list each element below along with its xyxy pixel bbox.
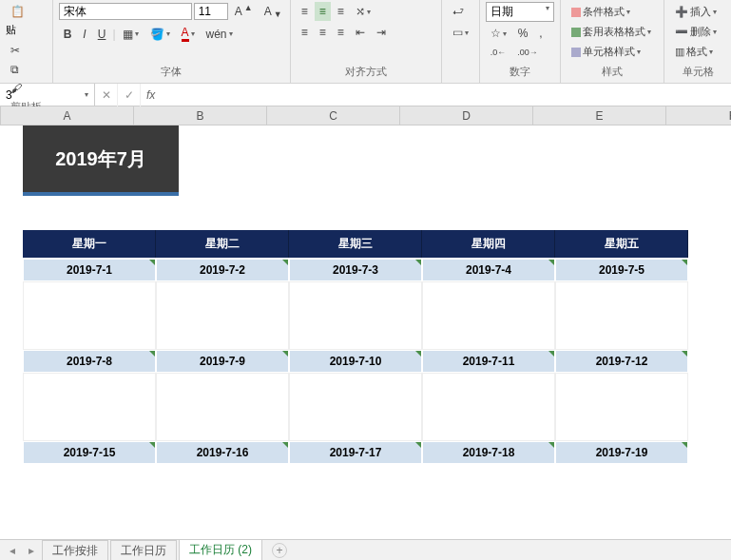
increase-font-button[interactable]: A▲ [230, 2, 258, 21]
calendar-date-cell[interactable]: 2019-7-8 [23, 350, 156, 373]
col-header-e[interactable]: E [533, 106, 666, 125]
sheet-area[interactable]: 2019年7月 星期一 星期二 星期三 星期四 星期五 2019-7-1 201… [0, 126, 731, 544]
font-color-button[interactable]: A▾ [177, 23, 200, 45]
border-icon: ▦ [123, 28, 133, 41]
weekday-header: 星期三 [289, 230, 422, 258]
calendar-date-cell[interactable]: 2019-7-4 [422, 259, 555, 281]
align-bottom-button[interactable]: ≡ [333, 2, 349, 21]
wrap-text-button[interactable]: ⮐ [448, 2, 469, 21]
col-header-f[interactable]: F [666, 106, 731, 125]
calendar-date-cell[interactable]: 2019-7-5 [555, 259, 688, 281]
cell-styles-label: 单元格样式 [583, 45, 635, 59]
group-wrap: ⮐ ▭▾ [442, 0, 480, 83]
decrease-decimal-button[interactable]: .0← [486, 45, 511, 60]
calendar-body-cell[interactable] [289, 281, 422, 350]
clipboard-icon: 📋 [10, 5, 24, 18]
calendar-date-cell[interactable]: 2019-7-12 [555, 350, 688, 373]
align-center-button[interactable]: ≡ [315, 23, 331, 42]
underline-button[interactable]: U [93, 25, 111, 44]
delete-button[interactable]: ➖删除▾ [670, 22, 721, 42]
currency-button[interactable]: ☆▾ [486, 24, 511, 43]
sheet-tab[interactable]: 工作日历 [110, 540, 177, 561]
pinyin-button[interactable]: wén▾ [202, 25, 238, 44]
merge-cells-button[interactable]: ▭▾ [448, 23, 473, 42]
formula-cancel-button[interactable]: ✕ [95, 84, 118, 106]
indent-decrease-button[interactable]: ⇤ [351, 23, 370, 42]
fill-color-button[interactable]: 🪣▾ [145, 25, 175, 44]
format-button[interactable]: ▥格式▾ [670, 42, 718, 62]
calendar-date-cell[interactable]: 2019-7-17 [289, 441, 422, 464]
group-styles: 条件格式▾ 套用表格格式▾ 单元格样式▾ 样式 [561, 0, 664, 83]
calendar-date-cell[interactable]: 2019-7-11 [422, 350, 555, 373]
format-icon: ▥ [675, 46, 684, 58]
calendar-date-cell[interactable]: 2019-7-3 [289, 259, 422, 281]
percent-button[interactable]: % [513, 24, 533, 43]
formula-enter-button[interactable]: ✓ [118, 84, 141, 106]
font-name-input[interactable] [59, 3, 192, 20]
align-middle-button[interactable]: ≡ [315, 2, 331, 21]
sheet-tab-bar: ◂ ▸ 工作按排 工作日历 工作日历 (2) + [0, 539, 731, 560]
delete-icon: ➖ [675, 26, 688, 38]
group-font: A▲ A▼ B I U | ▦▾ 🪣▾ A▾ wén▾ 字体 [53, 0, 291, 83]
calendar-date-cell[interactable]: 2019-7-19 [555, 441, 688, 464]
conditional-format-button[interactable]: 条件格式▾ [567, 2, 635, 22]
calendar-title: 2019年7月 [23, 126, 179, 196]
cell-styles-button[interactable]: 单元格样式▾ [567, 42, 645, 62]
col-header-b[interactable]: B [134, 106, 267, 125]
calendar-body-cell[interactable] [555, 281, 688, 350]
comma-button[interactable]: , [534, 24, 547, 43]
insert-button[interactable]: ➕插入▾ [670, 2, 721, 22]
calendar-date-cell[interactable]: 2019-7-16 [156, 441, 289, 464]
tab-nav-prev[interactable]: ◂ [4, 544, 21, 557]
calendar-body-cell[interactable] [422, 373, 555, 441]
copy-button[interactable]: ⧉ [6, 60, 27, 79]
calendar-body-cell[interactable] [289, 373, 422, 441]
calendar-date-cell[interactable]: 2019-7-15 [23, 441, 156, 464]
cell-style-icon [571, 48, 581, 57]
cut-button[interactable]: ✂ [6, 41, 27, 60]
bold-button[interactable]: B [59, 25, 77, 44]
group-clipboard: 📋 贴 ✂ ⧉ 🖌 剪贴板 [0, 0, 53, 83]
merge-icon: ▭ [452, 26, 463, 39]
calendar-body-cell[interactable] [156, 373, 289, 441]
calendar-body-cell[interactable] [555, 373, 688, 441]
calendar-date-cell[interactable]: 2019-7-1 [23, 259, 156, 281]
col-header-a[interactable]: A [1, 106, 134, 125]
orientation-button[interactable]: ⤭▾ [351, 2, 375, 21]
decrease-font-button[interactable]: A▼ [260, 2, 287, 21]
weekday-header: 星期五 [555, 230, 688, 258]
calendar-body-cell[interactable] [23, 281, 156, 350]
group-number-label: 数字 [486, 63, 554, 81]
calendar-date-cell[interactable]: 2019-7-10 [289, 350, 422, 373]
paste-button[interactable]: 📋 [6, 2, 29, 21]
sheet-tab-active[interactable]: 工作日历 (2) [179, 539, 262, 560]
calendar-date-cell[interactable]: 2019-7-18 [422, 441, 555, 464]
font-size-input[interactable] [194, 3, 228, 20]
number-format-select[interactable]: 日期▾ [486, 2, 554, 22]
name-box[interactable]: 3 ▾ [0, 84, 95, 106]
align-top-button[interactable]: ≡ [297, 2, 313, 21]
increase-decimal-button[interactable]: .00→ [512, 45, 543, 60]
table-format-button[interactable]: 套用表格格式▾ [567, 22, 656, 42]
delete-label: 删除 [690, 25, 711, 39]
align-left-button[interactable]: ≡ [297, 23, 313, 42]
indent-increase-button[interactable]: ⇥ [372, 23, 391, 42]
group-cells: ➕插入▾ ➖删除▾ ▥格式▾ 单元格 [664, 0, 731, 83]
tab-nav-next[interactable]: ▸ [23, 544, 40, 557]
calendar-body-cell[interactable] [422, 281, 555, 350]
sheet-tab[interactable]: 工作按排 [42, 540, 108, 561]
calendar-date-cell[interactable]: 2019-7-9 [156, 350, 289, 373]
calendar-date-cell[interactable]: 2019-7-2 [156, 259, 289, 281]
col-header-c[interactable]: C [267, 106, 400, 125]
align-right-button[interactable]: ≡ [333, 23, 349, 42]
formula-input[interactable] [161, 84, 731, 106]
calendar-body-cell[interactable] [156, 281, 289, 350]
calendar-body-cell[interactable] [23, 373, 156, 441]
italic-button[interactable]: I [78, 25, 90, 44]
border-button[interactable]: ▦▾ [118, 25, 144, 44]
scissors-icon: ✂ [10, 44, 20, 57]
calendar-body: 2019-7-1 2019-7-2 2019-7-3 2019-7-4 2019… [23, 259, 688, 464]
col-header-d[interactable]: D [400, 106, 533, 125]
add-sheet-button[interactable]: + [272, 543, 287, 558]
table-format-label: 套用表格格式 [583, 25, 645, 39]
